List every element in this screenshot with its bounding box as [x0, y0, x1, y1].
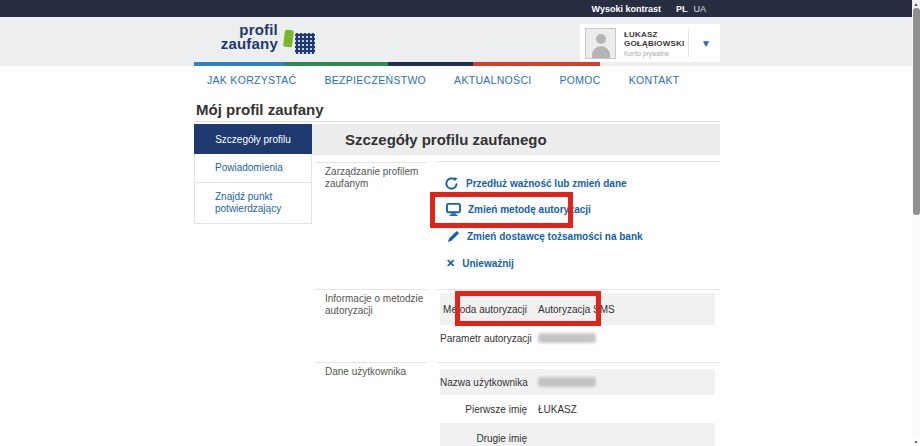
first-name-label: Pierwsze imię [440, 404, 527, 415]
username-row: Nazwa użytkownika [440, 369, 715, 395]
userbox-divider [688, 29, 689, 57]
nav-kontakt[interactable]: KONTAKT [629, 74, 680, 86]
section3-content-divider [437, 362, 720, 363]
management-section-label: Zarządzanie profilem zaufanym [325, 166, 431, 190]
close-icon: ✕ [446, 257, 455, 270]
auth-param-row: Parametr autoryzacji [440, 325, 715, 351]
site-header: profil zaufany ŁUKASZ GOŁĄBIOWSKI Konto … [0, 17, 912, 66]
nav-jak-korzystac[interactable]: JAK KORZYSTAĆ [207, 74, 296, 86]
link-zmien-dostawce[interactable]: Zmień dostawcę tożsamości na bank [447, 230, 643, 243]
user-account-box[interactable]: ŁUKASZ GOŁĄBIOWSKI Konto prywatne ▼ [580, 24, 720, 62]
pencil-icon [447, 230, 460, 243]
section-heading: Szczegóły profilu zaufanego [312, 124, 720, 155]
page-scrollbar[interactable]: ▲ ▼ [912, 0, 920, 446]
language-ua[interactable]: UA [693, 4, 706, 14]
highlight-box-auth-method-value [455, 291, 601, 326]
avatar-person-body-icon [592, 46, 610, 58]
section2-label-divider [315, 289, 427, 290]
logo-green-mark-icon [283, 30, 294, 48]
auth-info-section-label: Informacje o metodzie autoryzacji [325, 293, 431, 317]
logo-line2: zaufany [200, 37, 278, 51]
username-redacted-value [538, 377, 596, 387]
nav-aktualnosci[interactable]: AKTUALNOŚCI [454, 74, 531, 86]
account-type-label: Konto prywatne [624, 50, 688, 57]
username-label: Nazwa użytkownika [440, 377, 527, 388]
first-name-row: Pierwsze imię ŁUKASZ [440, 395, 715, 423]
user-first-name: ŁUKASZ [624, 30, 688, 39]
section2-content-divider [437, 289, 720, 290]
profile-sidebar: Szczegóły profilu Powiadomienia Znajdź p… [194, 124, 312, 224]
avatar [585, 28, 616, 59]
nav-pomoc[interactable]: POMOC [560, 74, 601, 86]
nav-bezpieczenstwo[interactable]: BEZPIECZEŃSTWO [324, 74, 426, 86]
user-menu-dropdown-icon[interactable]: ▼ [692, 24, 720, 62]
top-utility-bar: Wysoki kontrast PL UA [0, 0, 912, 17]
profil-zaufany-logo[interactable]: profil zaufany [200, 23, 278, 51]
avatar-person-icon [596, 34, 606, 44]
link-przedluz-waznosc[interactable]: Przedłuż ważność lub zmień dane [444, 176, 627, 191]
sidebar-item-znajdz-punkt[interactable]: Znajdź punkt potwierdzający [194, 183, 312, 224]
second-name-row: Drugie imię [440, 423, 715, 446]
first-name-value: ŁUKASZ [538, 404, 577, 415]
high-contrast-toggle[interactable]: Wysoki kontrast [592, 4, 661, 14]
link-label: Zmień dostawcę tożsamości na bank [467, 231, 643, 242]
refresh-icon [444, 176, 459, 191]
link-label: Unieważnij [462, 258, 514, 269]
second-name-label: Drugie imię [440, 433, 527, 444]
link-label: Przedłuż ważność lub zmień dane [466, 178, 627, 189]
sidebar-item-szczegoly-profilu[interactable]: Szczegóły profilu [194, 124, 312, 154]
user-info: ŁUKASZ GOŁĄBIOWSKI Konto prywatne [624, 30, 688, 57]
page-title: Mój profil zaufany [196, 101, 324, 118]
section3-label-divider [315, 362, 427, 363]
section1-label-divider [315, 162, 427, 163]
highlight-box-change-auth-method [430, 192, 573, 228]
language-pl[interactable]: PL [676, 4, 688, 14]
user-data-section-label: Dane użytkownika [325, 366, 431, 378]
logo-qr-mark-icon [295, 33, 315, 54]
scroll-down-icon[interactable]: ▼ [912, 438, 920, 446]
user-last-name: GOŁĄBIOWSKI [624, 39, 688, 48]
sidebar-item-powiadomienia[interactable]: Powiadomienia [194, 154, 312, 183]
scroll-up-icon[interactable]: ▲ [912, 0, 920, 8]
auth-param-label: Parametr autoryzacji [440, 333, 527, 344]
title-divider [194, 121, 720, 122]
section1-content-divider [437, 161, 720, 162]
profil-zaufany-page: Wysoki kontrast PL UA profil zaufany ŁUK… [0, 0, 920, 446]
scrollbar-thumb[interactable] [913, 8, 920, 215]
auth-param-redacted-value [538, 333, 596, 343]
main-navigation: JAK KORZYSTAĆ BEZPIECZEŃSTWO AKTUALNOŚCI… [0, 66, 912, 94]
link-uniewaznij[interactable]: ✕ Unieważnij [446, 257, 514, 270]
